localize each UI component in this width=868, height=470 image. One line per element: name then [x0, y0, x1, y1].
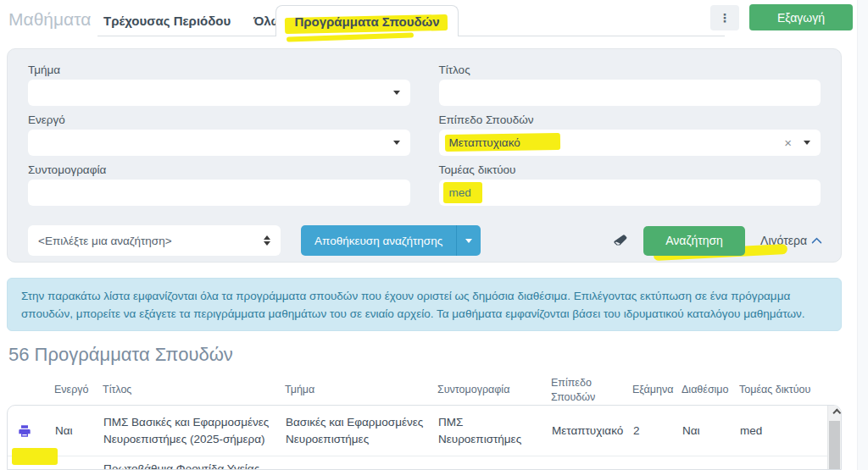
cell-level: Μεταπτυχιακό	[552, 423, 633, 440]
saved-search-placeholder: <Επιλέξτε μια αναζήτηση>	[38, 235, 172, 247]
kebab-icon: ⋮	[719, 11, 731, 25]
study-level-label: Επίπεδο Σπουδών	[439, 113, 821, 126]
save-search-label: Αποθήκευση αναζήτησης	[301, 225, 456, 256]
info-alert: Στην παρακάτω λίστα εμφανίζονται όλα τα …	[7, 278, 842, 331]
save-search-dropdown-toggle[interactable]	[456, 225, 481, 256]
cell-title: Πρωτοβάθμια Φροντίδα Υγείας	[103, 461, 286, 470]
clear-filters-button[interactable]	[612, 233, 628, 249]
cell-title: ΠΜΣ Βασικές και Εφαρμοσμένες Νευροεπιστή…	[103, 414, 286, 447]
column-level: Επίπεδο Σπουδών	[551, 376, 632, 405]
cell-active: Ναι	[55, 423, 103, 440]
title-input[interactable]	[439, 80, 821, 106]
study-level-value: Μεταπτυχιακό	[449, 136, 520, 149]
column-sector: Τομέας δικτύου	[739, 383, 823, 397]
more-options-button[interactable]: ⋮	[710, 5, 739, 30]
column-active: Ενεργό	[54, 383, 103, 397]
abbreviation-label: Συντομογραφία	[28, 163, 410, 176]
table-row: Ναι ΠΜΣ Βασικές και Εφαρμοσμένες Νευροεπ…	[8, 406, 841, 456]
eraser-icon	[612, 233, 628, 249]
printer-icon	[18, 424, 31, 438]
column-semesters: Εξάμηνα	[632, 383, 682, 397]
cell-abbreviation: ΠΜΣ Νευροεπιστήμες	[438, 414, 533, 447]
results-table: Ναι ΠΜΣ Βασικές και Εφαρμοσμένες Νευροεπ…	[7, 405, 842, 470]
chevron-down-icon	[465, 239, 472, 243]
chevron-down-icon	[804, 141, 810, 145]
sort-icon	[264, 235, 270, 246]
save-search-button[interactable]: Αποθήκευση αναζήτησης	[301, 225, 481, 256]
cell-available: Ναι	[682, 423, 740, 440]
export-button[interactable]: Εξαγωγή	[749, 4, 853, 30]
page: Μαθήματα Τρέχουσας Περιόδου Όλων Προγράμ…	[0, 0, 868, 470]
scrollbar-thumb[interactable]	[829, 421, 840, 469]
highlight-marker	[12, 448, 58, 465]
results-heading: 56 Προγράμματα Σπουδών	[8, 344, 233, 366]
network-sector-label: Τομέας δικτύου	[439, 163, 821, 176]
chevron-down-icon	[393, 141, 400, 145]
department-select[interactable]	[28, 80, 410, 106]
page-right-edge	[857, 0, 868, 470]
clear-icon[interactable]: ×	[784, 136, 804, 149]
saved-search-select[interactable]: <Επιλέξτε μια αναζήτηση>	[28, 225, 281, 256]
department-label: Τμήμα	[28, 64, 410, 76]
chevron-up-icon	[811, 237, 822, 248]
search-button[interactable]: Αναζήτηση	[643, 226, 745, 256]
filters-panel: Τμήμα Τίτλος Ενεργό Επίπε	[7, 48, 842, 263]
cell-department: Βασικές και Εφαρμοσμένες Νευροεπιστήμες	[286, 414, 438, 447]
active-label: Ενεργό	[28, 113, 410, 126]
print-button[interactable]	[18, 424, 55, 438]
column-title: Τίτλος	[103, 383, 285, 397]
title-label: Τίτλος	[439, 64, 821, 76]
network-sector-value: med	[449, 186, 471, 199]
network-sector-input[interactable]: med	[439, 180, 821, 206]
column-abbreviation: Συντομογραφία	[437, 383, 551, 397]
tab-study-programs[interactable]: Προγράμματα Σπουδών	[275, 5, 459, 36]
tab-current-period[interactable]: Τρέχουσας Περιόδου	[103, 14, 231, 28]
tab-study-programs-label: Προγράμματα Σπουδών	[294, 14, 439, 29]
page-title: Μαθήματα	[8, 9, 91, 30]
chevron-down-icon	[393, 91, 400, 95]
active-select[interactable]	[28, 130, 410, 156]
cell-sector: med	[740, 423, 815, 440]
study-level-select[interactable]: Μεταπτυχιακό ×	[439, 130, 821, 156]
column-available: Διαθέσιμο	[682, 383, 739, 397]
cell-semesters: 2	[633, 423, 682, 440]
export-button-label: Εξαγωγή	[777, 11, 825, 25]
table-header: Ενεργό Τίτλος Τμήμα Συντομογραφία Επίπεδ…	[7, 376, 835, 405]
chevron-up-icon	[832, 409, 841, 417]
search-button-label: Αναζήτηση	[665, 234, 723, 247]
table-scrollbar[interactable]	[827, 406, 841, 469]
table-row: Πρωτοβάθμια Φροντίδα Υγείας	[8, 456, 841, 470]
abbreviation-input[interactable]	[28, 180, 410, 206]
column-department: Τμήμα	[285, 383, 437, 397]
scroll-up-button[interactable]	[828, 406, 841, 420]
